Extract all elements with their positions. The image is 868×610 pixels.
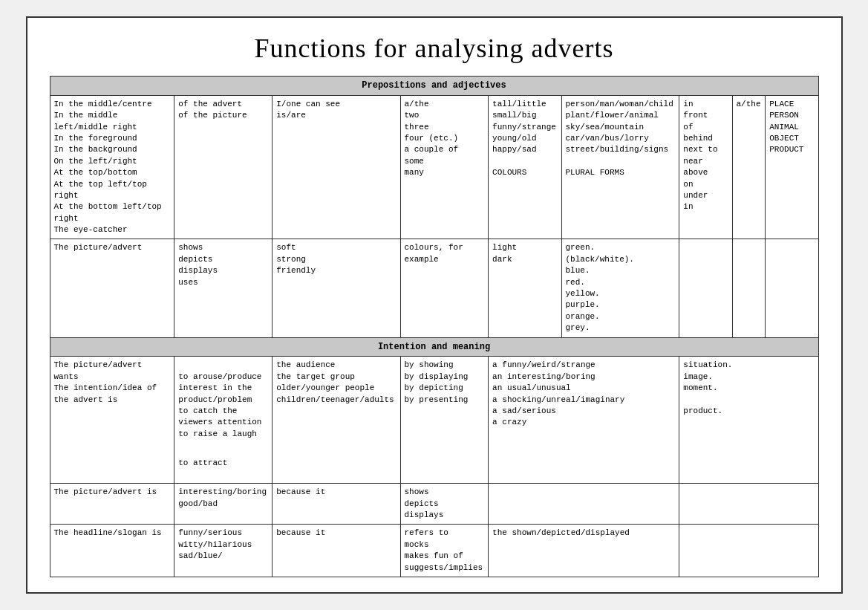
s1r2-col8 [732,239,766,337]
main-table: Prepositions and adjectives In the middl… [50,76,819,577]
s1r2-col9 [766,239,818,337]
section2-row3: The headline/slogan is funny/serious wit… [50,525,818,577]
s1r1-col8: a/the [732,95,766,239]
s1r1-col9: PLACE PERSON ANIMAL OBJECT PRODUCT [766,95,818,239]
s2r3-col4: refers to mocks makes fun of suggests/im… [400,525,489,577]
section2-header-row: Intention and meaning [50,337,818,357]
section1-header: Prepositions and adjectives [50,76,818,95]
s1r1-col2: of the advert of the picture [174,95,273,239]
s1r1-col4: a/the two three four (etc.) a couple of … [400,95,489,239]
s1r2-col2: shows depicts displays uses [174,239,273,337]
s1r2-col5: light dark [489,239,561,337]
section1-row1: In the middle/centre In the middle left/… [50,95,818,239]
s2r1-col2-bottom: to attract [178,458,268,469]
section1-row2: The picture/advert shows depicts display… [50,239,818,337]
s2r2-col4: shows depicts displays [400,484,489,525]
page: Functions for analysing adverts Preposit… [26,16,843,594]
s2r1-col4: by showing by displaying by depicting by… [400,357,489,484]
s1r1-col1: In the middle/centre In the middle left/… [50,95,174,239]
s2r1-col2-top: to arouse/produce interest in the produc… [178,371,268,440]
s2r1-col1: The picture/advert wants The intention/i… [50,357,174,484]
s1r1-col5: tall/little small/big funny/strange youn… [489,95,561,239]
s1r2-col6: green. (black/white). blue. red. yellow.… [561,239,679,337]
section1-header-row: Prepositions and adjectives [50,76,818,95]
s1r2-col7 [679,239,732,337]
s2r3-col2: funny/serious witty/hilarious sad/blue/ [174,525,273,577]
s2r1-col3: the audience the target group older/youn… [273,357,400,484]
s2r1-col2: to arouse/produce interest in the produc… [174,357,273,484]
s2r3-col3: because it [273,525,400,577]
s1r1-col6: person/man/woman/child plant/flower/anim… [561,95,679,239]
table-wrapper: Prepositions and adjectives In the middl… [50,76,819,577]
section2-header: Intention and meaning [50,337,818,357]
s1r2-col3: soft strong friendly [273,239,400,337]
s1r2-col4: colours, for example [400,239,489,337]
s2r3-col5: the shown/depicted/displayed [489,525,679,577]
s2r3-col6 [679,525,818,577]
s1r1-col3: I/one can see is/are [273,95,400,239]
page-title: Functions for analysing adverts [50,33,819,64]
s2r2-col5 [489,484,679,525]
s2r2-col2: interesting/boring good/bad [174,484,273,525]
s1r2-col1: The picture/advert [50,239,174,337]
s2r1-col6: situation. image. moment. product. [679,357,818,484]
s2r2-col1: The picture/advert is [50,484,174,525]
s2r2-col6 [679,484,818,525]
section2-row1: The picture/advert wants The intention/i… [50,357,818,484]
s2r2-col3: because it [273,484,400,525]
s1r1-col7: in front of behind next to near above on… [679,95,732,239]
section2-row2: The picture/advert is interesting/boring… [50,484,818,525]
s2r3-col1: The headline/slogan is [50,525,174,577]
s2r1-col5: a funny/weird/strange an interesting/bor… [489,357,679,484]
